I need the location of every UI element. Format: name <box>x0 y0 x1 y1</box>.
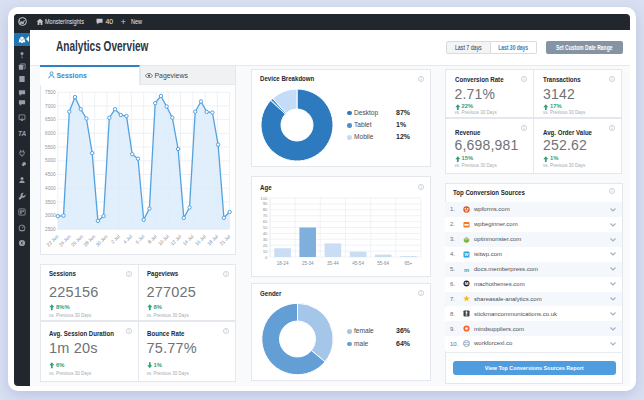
svg-text:3000: 3000 <box>45 213 56 218</box>
svg-text:24 Jun: 24 Jun <box>58 234 72 248</box>
svg-text:18-24: 18-24 <box>277 261 289 266</box>
svg-text:26 Jun: 26 Jun <box>70 234 84 248</box>
svg-text:30: 30 <box>263 237 268 242</box>
svg-text:90: 90 <box>263 201 268 206</box>
svg-text:12 Jul: 12 Jul <box>170 234 183 247</box>
svg-text:7000: 7000 <box>45 104 56 109</box>
svg-text:3500: 3500 <box>45 200 56 205</box>
svg-text:4500: 4500 <box>45 172 56 177</box>
svg-text:22 Jun: 22 Jun <box>46 234 60 248</box>
svg-text:2 Jul: 2 Jul <box>110 234 121 245</box>
svg-text:m: m <box>463 266 468 272</box>
svg-text:28 Jun: 28 Jun <box>83 234 97 248</box>
svg-text:5000: 5000 <box>45 158 56 163</box>
svg-text:M: M <box>464 282 468 287</box>
svg-text:40: 40 <box>263 231 268 236</box>
svg-text:2500: 2500 <box>45 227 56 232</box>
svg-text:20: 20 <box>263 243 268 248</box>
svg-text:6000: 6000 <box>45 131 56 136</box>
svg-text:25-34: 25-34 <box>302 261 314 266</box>
svg-text:35-44: 35-44 <box>327 261 339 266</box>
svg-text:0: 0 <box>265 255 268 260</box>
svg-text:65+: 65+ <box>405 261 413 266</box>
svg-text:14 Jul: 14 Jul <box>182 234 195 247</box>
svg-text:4000: 4000 <box>45 186 56 191</box>
svg-text:W: W <box>464 252 468 257</box>
svg-text:7500: 7500 <box>45 90 56 95</box>
svg-text:6 Jul: 6 Jul <box>135 234 146 245</box>
svg-text:21 Jul: 21 Jul <box>219 234 232 247</box>
svg-text:80: 80 <box>263 207 268 212</box>
svg-text:60: 60 <box>263 219 268 224</box>
svg-text:16 Jul: 16 Jul <box>194 234 207 247</box>
svg-text:4 Jul: 4 Jul <box>122 234 133 245</box>
svg-text:10: 10 <box>263 249 268 254</box>
svg-text:6500: 6500 <box>45 117 56 122</box>
svg-text:45-54: 45-54 <box>352 261 364 266</box>
svg-text:70: 70 <box>263 213 268 218</box>
svg-text:30 Jun: 30 Jun <box>95 234 109 248</box>
svg-text:50: 50 <box>263 225 268 230</box>
svg-text:10 Jul: 10 Jul <box>157 234 170 247</box>
svg-text:5500: 5500 <box>45 145 56 150</box>
svg-text:100: 100 <box>260 196 268 201</box>
svg-text:55-64: 55-64 <box>377 261 389 266</box>
svg-text:18 Jul: 18 Jul <box>206 234 219 247</box>
